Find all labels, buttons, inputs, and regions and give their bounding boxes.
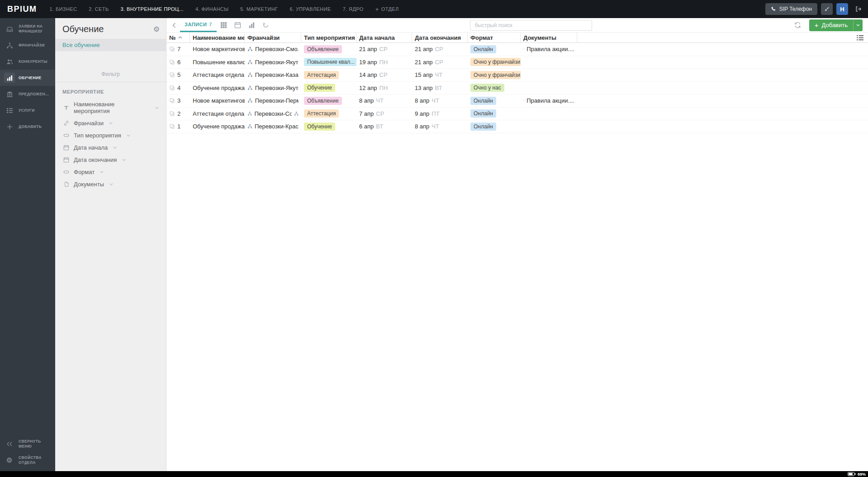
nav-network[interactable]: 2. СЕТЬ — [89, 6, 109, 12]
sidebar-item-services[interactable]: УСЛУГИ — [0, 102, 55, 118]
add-record-dropdown[interactable] — [853, 19, 863, 31]
table-row[interactable]: 7Новое маркетингово...Перевозки-Смо...Об… — [166, 43, 868, 56]
table-row[interactable]: 4Обучение продажамПеревозки-ЯкутскОбучен… — [166, 82, 868, 95]
cell-number[interactable]: 3 — [166, 97, 190, 104]
chart-view-button[interactable] — [245, 22, 259, 28]
cell-start-date[interactable]: 14 апрСР — [356, 71, 412, 78]
filter-field-event-type[interactable]: Тип мероприятия — [55, 129, 166, 142]
filter-field-end-date[interactable]: Дата окончания — [55, 154, 166, 166]
sidebar-item-competitors[interactable]: КОНКУРЕНТЫ — [0, 53, 55, 70]
cell-name[interactable]: Аттестация отдела п... — [190, 110, 245, 117]
nav-core[interactable]: 7. ЯДРО — [343, 6, 364, 12]
search-input[interactable] — [470, 20, 592, 31]
sidebar-collapse-menu[interactable]: СВЕРНУТЬ МЕНЮ — [0, 436, 55, 452]
table-row[interactable]: 1Обучение продажамПеревозки-Крас... ,Обу… — [166, 120, 868, 133]
cell-format[interactable]: Онлайн — [468, 109, 521, 118]
cell-event-type[interactable]: Повышение квал... — [301, 58, 356, 66]
cell-format[interactable]: Онлайн — [468, 45, 521, 53]
back-button[interactable] — [168, 23, 180, 28]
sidebar-department-settings[interactable]: ⚙ СВОЙСТВА ОТДЕЛА — [0, 452, 55, 468]
nav-internal-processes[interactable]: 3. ВНУТРЕННИЕ ПРОЦ... — [121, 6, 184, 12]
grid-view-button[interactable] — [217, 22, 231, 28]
nav-marketing[interactable]: 5. МАРКЕТИНГ — [240, 6, 278, 12]
filter-field-franchisee[interactable]: Франчайзи — [55, 117, 166, 129]
sidebar-item-add-catalog[interactable]: ДОБАВИТЬ — [0, 118, 55, 135]
cell-number[interactable]: 6 — [166, 59, 190, 66]
cell-event-type[interactable]: Аттестация — [301, 109, 356, 118]
sidebar-item-franchise-requests[interactable]: ЗАЯВКИ НА ФРАНШИЗУ — [0, 21, 55, 37]
cell-name[interactable]: Обучение продажам — [190, 85, 245, 91]
cell-number[interactable]: 5 — [166, 71, 190, 78]
cell-franchisee[interactable]: Перевозки-Якутск — [245, 59, 301, 66]
cell-format[interactable]: Онлайн — [468, 97, 521, 105]
cell-documents[interactable]: Правила акции.... — [521, 46, 577, 52]
cell-franchisee[interactable]: Перевозки-Якутск — [245, 85, 301, 91]
cell-start-date[interactable]: 8 апрЧТ — [356, 97, 412, 104]
calendar-view-button[interactable] — [231, 22, 245, 28]
cell-format[interactable]: Очно у франчайзи — [468, 71, 521, 79]
cell-start-date[interactable]: 6 апрВТ — [356, 123, 412, 130]
cell-number[interactable]: 4 — [166, 85, 190, 91]
cell-number[interactable]: 7 — [166, 46, 190, 52]
column-header-start-date[interactable]: Дата начала — [356, 33, 412, 43]
cell-start-date[interactable]: 19 апрПН — [356, 59, 412, 66]
cell-name[interactable]: Аттестация отдела п... — [190, 71, 245, 78]
cell-start-date[interactable]: 12 апрПН — [356, 85, 412, 91]
nav-add-department[interactable]: +ОТДЕЛ — [375, 6, 399, 13]
cell-end-date[interactable]: 13 апрВТ — [412, 85, 468, 91]
cell-franchisee[interactable]: Перевозки-Смо... — [245, 46, 301, 52]
quick-action-button[interactable] — [821, 3, 833, 15]
cell-format[interactable]: Очно у нас — [468, 84, 521, 92]
cell-franchisee[interactable]: Перевозки-Крас... , — [245, 123, 301, 130]
cell-franchisee[interactable]: Перевозки-Пермь — [245, 97, 301, 104]
cell-name[interactable]: Обучение продажам — [190, 123, 245, 130]
filter-field-format[interactable]: Формат — [55, 166, 166, 178]
cell-event-type[interactable]: Объявление — [301, 97, 356, 105]
cell-event-type[interactable]: Объявление — [301, 45, 356, 53]
add-record-button[interactable]: + Добавить — [809, 19, 863, 31]
sip-phone-button[interactable]: SIP Телефон — [765, 3, 817, 15]
filter-field-documents[interactable]: Документы — [55, 178, 166, 190]
cell-format[interactable]: Очно у франчайзи — [468, 58, 521, 66]
catalog-settings-button[interactable]: ⚙ — [153, 26, 160, 33]
cell-event-type[interactable]: Обучение — [301, 84, 356, 92]
cell-event-type[interactable]: Аттестация — [301, 71, 356, 79]
column-header-number[interactable]: № — [166, 33, 190, 43]
cell-end-date[interactable]: 21 апрСР — [412, 59, 468, 66]
cell-franchisee[interactable]: Перевозки-Каза... — [245, 71, 301, 78]
cell-name[interactable]: Новое маркетингово... — [190, 46, 245, 52]
cell-end-date[interactable]: 15 апрЧТ — [412, 71, 468, 78]
nav-management[interactable]: 6. УПРАВЛЕНИЕ — [289, 6, 331, 12]
columns-settings-button[interactable] — [852, 33, 868, 43]
cell-number[interactable]: 1 — [166, 123, 190, 130]
cell-name[interactable]: Повышение квалифи... — [190, 59, 245, 66]
cell-franchisee[interactable]: Перевозки-Сочи, — [245, 110, 301, 117]
sidebar-item-offers[interactable]: ПРЕДЛОЖЕН... — [0, 86, 55, 102]
column-header-documents[interactable]: Документы — [521, 33, 577, 43]
sidebar-item-franchisees[interactable]: ФРАНЧАЙЗИ — [0, 37, 55, 53]
cell-end-date[interactable]: 9 апрПТ — [412, 110, 468, 117]
cell-start-date[interactable]: 7 апрСР — [356, 110, 412, 117]
view-all-training[interactable]: Все обучение — [55, 39, 166, 51]
table-row[interactable]: 3Новое маркетингово...Перевозки-ПермьОбъ… — [166, 94, 868, 108]
cell-end-date[interactable]: 21 апрСР — [412, 46, 468, 52]
filter-field-start-date[interactable]: Дата начала — [55, 142, 166, 154]
cell-start-date[interactable]: 21 апрСР — [356, 46, 412, 52]
cell-event-type[interactable]: Обучение — [301, 123, 356, 131]
filter-toggle[interactable]: Фильтр — [55, 67, 166, 82]
cell-name[interactable]: Новое маркетингово... — [190, 97, 245, 104]
table-row[interactable]: 2Аттестация отдела п...Перевозки-Сочи,Ат… — [166, 108, 868, 121]
user-avatar[interactable]: H — [836, 3, 848, 15]
column-header-franchisee[interactable]: Франчайзи — [245, 33, 301, 43]
table-row[interactable]: 6Повышение квалифи...Перевозки-ЯкутскПов… — [166, 56, 868, 69]
nav-finance[interactable]: 4. ФИНАНСЫ — [195, 6, 228, 12]
logout-button[interactable] — [854, 6, 863, 12]
filter-field-event-name[interactable]: Наименование мероприятия — [55, 98, 166, 117]
table-row[interactable]: 5Аттестация отдела п...Перевозки-Каза...… — [166, 69, 868, 82]
cell-documents[interactable]: Правила акции.... — [521, 97, 577, 104]
cell-number[interactable]: 2 — [166, 110, 190, 117]
column-header-format[interactable]: Формат — [468, 33, 521, 43]
history-button[interactable] — [259, 22, 273, 28]
cell-end-date[interactable]: 8 апрЧТ — [412, 97, 468, 104]
app-logo[interactable]: BPIUM — [7, 5, 37, 14]
